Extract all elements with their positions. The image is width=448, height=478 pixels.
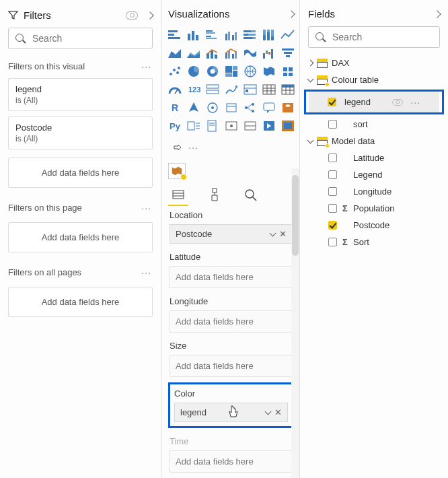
add-fields-page[interactable]: Add data fields here <box>8 222 153 252</box>
viz-funnel-icon[interactable] <box>280 46 296 61</box>
viz-qa-icon[interactable] <box>261 100 277 115</box>
viz-multi-row-card-icon[interactable] <box>204 82 221 97</box>
viz-treemap-icon[interactable] <box>223 64 239 79</box>
viz-python-icon[interactable]: Py <box>167 118 183 133</box>
viz-anomaly-icon[interactable] <box>223 118 239 133</box>
add-fields-visual[interactable]: Add data fields here <box>8 158 153 188</box>
viz-map-icon[interactable] <box>242 64 258 79</box>
field-row[interactable]: Legend <box>307 166 441 183</box>
scrollbar-thumb[interactable] <box>292 175 299 256</box>
field-row[interactable]: Σ Sort <box>307 234 441 250</box>
viz-arcgis-icon[interactable] <box>204 100 221 115</box>
viz-100-stacked-bar-icon[interactable] <box>242 28 258 42</box>
table-row[interactable]: Colour table <box>307 71 441 88</box>
remove-icon[interactable]: ✕ <box>279 229 287 239</box>
more-icon[interactable]: ··· <box>141 205 151 211</box>
more-icon[interactable]: ··· <box>141 270 151 275</box>
viz-line-stacked-column-icon[interactable] <box>204 46 221 61</box>
add-fields-all[interactable]: Add data fields here <box>8 287 153 317</box>
viz-clustered-bar-icon[interactable] <box>204 28 221 42</box>
viz-card-icon[interactable]: 123 <box>186 82 202 97</box>
time-well[interactable]: Add data fields here <box>170 450 293 473</box>
fields-search[interactable] <box>308 26 440 48</box>
collapse-fields-icon[interactable] <box>433 10 441 18</box>
field-checkbox[interactable] <box>328 187 337 196</box>
viz-scatter-icon[interactable] <box>167 64 183 79</box>
field-checkbox[interactable] <box>328 98 336 106</box>
field-checkbox[interactable] <box>328 120 337 129</box>
latitude-well[interactable]: Add data fields here <box>170 266 293 288</box>
field-row[interactable]: Latitude <box>307 149 441 166</box>
filters-search-input[interactable] <box>32 33 145 44</box>
eye-icon[interactable] <box>126 11 138 20</box>
viz-line-icon[interactable] <box>280 28 296 42</box>
viz-r-visual-icon[interactable]: R <box>167 100 183 115</box>
field-row[interactable]: Longitude <box>307 183 441 200</box>
field-checkbox[interactable] <box>328 153 337 162</box>
viz-smart-narrative-icon[interactable] <box>186 118 202 133</box>
location-well[interactable]: Postcode ✕ <box>170 224 293 244</box>
viz-power-automate-icon[interactable] <box>261 118 277 133</box>
field-row-legend[interactable]: legend ··· <box>309 92 439 112</box>
viz-ribbon-icon[interactable] <box>242 46 258 61</box>
svg-line-52 <box>175 90 178 94</box>
viz-kpi-icon[interactable] <box>223 82 239 97</box>
size-well[interactable]: Add data fields here <box>170 355 293 377</box>
field-row[interactable]: Postcode <box>307 217 441 234</box>
viz-100-stacked-column-icon[interactable] <box>261 28 277 42</box>
filters-search[interactable] <box>8 28 153 49</box>
viz-clustered-column-icon[interactable] <box>223 28 239 42</box>
viz-area-icon[interactable] <box>167 46 183 61</box>
viz-gauge-icon[interactable] <box>167 82 183 97</box>
viz-decomp-tree-icon[interactable] <box>242 100 258 115</box>
viz-get-more-icon[interactable] <box>168 140 184 155</box>
viz-stacked-column-icon[interactable] <box>186 28 202 42</box>
viz-stacked-area-icon[interactable] <box>186 46 202 61</box>
color-well[interactable]: legend ✕ <box>174 403 288 422</box>
fields-search-input[interactable] <box>332 32 433 42</box>
collapse-viz-icon[interactable] <box>287 10 295 18</box>
field-checkbox[interactable] <box>328 238 337 246</box>
viz-pie-icon[interactable] <box>186 64 202 79</box>
eye-icon[interactable] <box>393 98 403 105</box>
field-row[interactable]: sort <box>307 116 441 133</box>
filter-card[interactable]: Postcode is (All) <box>8 116 153 149</box>
analytics-tab[interactable] <box>242 186 260 203</box>
format-tab[interactable] <box>206 186 223 203</box>
viz-goals-icon[interactable] <box>242 118 258 133</box>
viz-shape-map-icon[interactable] <box>280 64 296 79</box>
viz-stacked-bar-icon[interactable] <box>167 28 183 42</box>
viz-filled-map-icon[interactable] <box>261 64 277 79</box>
chevron-down-icon[interactable] <box>270 230 276 237</box>
viz-matrix-icon[interactable] <box>280 82 296 97</box>
collapse-filters-icon[interactable] <box>146 11 153 19</box>
viz-slicer-icon[interactable] <box>242 82 258 97</box>
table-row[interactable]: Model data <box>307 133 441 149</box>
viz-more-icon[interactable]: ··· <box>188 145 198 150</box>
field-checkbox[interactable] <box>328 170 337 179</box>
viz-azure-map-icon[interactable] <box>186 100 202 115</box>
viz-table-icon[interactable] <box>261 82 277 97</box>
viz-custom-visual-icon[interactable] <box>280 118 296 133</box>
fields-tab[interactable] <box>170 186 187 203</box>
field-checkbox[interactable] <box>328 204 337 213</box>
remove-icon[interactable]: ✕ <box>274 407 282 417</box>
longitude-well[interactable]: Add data fields here <box>170 310 293 333</box>
svg-rect-84 <box>208 121 216 131</box>
viz-line-clustered-column-icon[interactable] <box>223 46 239 61</box>
viz-paginated-icon[interactable] <box>204 118 221 133</box>
viz-donut-icon[interactable] <box>204 64 221 79</box>
svg-line-77 <box>248 108 252 111</box>
filter-card[interactable]: legend is (All) <box>8 78 153 111</box>
viz-power-apps-icon[interactable] <box>223 100 239 115</box>
viz-gallery: 123 R Py <box>167 26 295 139</box>
more-icon[interactable]: ··· <box>141 64 151 69</box>
viz-waterfall-icon[interactable] <box>261 46 277 61</box>
field-row[interactable]: Σ Population <box>307 200 441 217</box>
latitude-label: Latitude <box>167 245 295 265</box>
viz-key-influencers-icon[interactable] <box>280 100 296 115</box>
field-checkbox[interactable] <box>328 221 337 230</box>
chevron-down-icon[interactable] <box>265 409 272 415</box>
more-icon[interactable]: ··· <box>410 100 420 105</box>
table-row[interactable]: DAX <box>307 55 441 71</box>
